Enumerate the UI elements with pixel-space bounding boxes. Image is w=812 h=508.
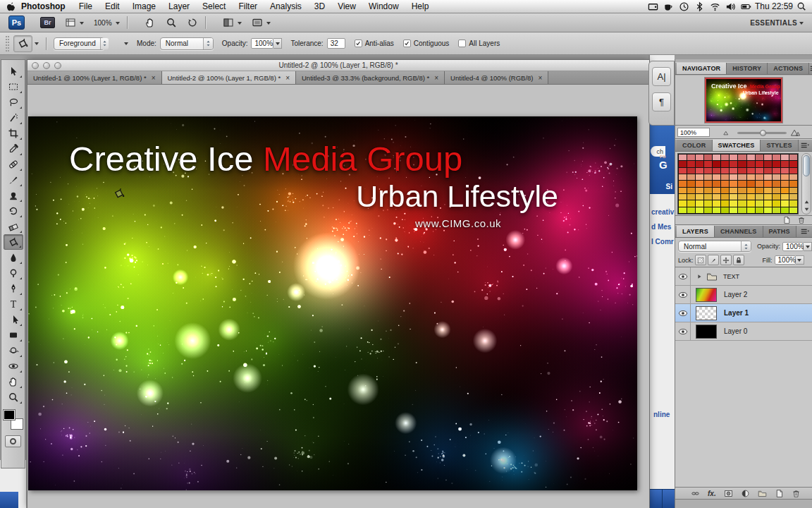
swatch[interactable] — [679, 161, 687, 167]
swatch[interactable] — [738, 188, 746, 193]
swatch[interactable] — [704, 181, 712, 186]
swatch[interactable] — [738, 207, 746, 213]
swatch[interactable] — [721, 188, 729, 193]
swatch[interactable] — [789, 161, 797, 167]
swatch[interactable] — [730, 168, 737, 174]
swatch[interactable] — [773, 161, 780, 167]
tolerance-field[interactable]: 32 — [327, 38, 345, 49]
navigator-zoom-slider[interactable] — [737, 132, 787, 134]
scroll-down-icon[interactable] — [804, 206, 810, 212]
swatch[interactable] — [789, 181, 797, 186]
swatch[interactable] — [781, 161, 789, 167]
pen-tool[interactable] — [4, 281, 23, 296]
swatch[interactable] — [773, 207, 780, 213]
swatch[interactable] — [747, 194, 755, 200]
swatch[interactable] — [730, 181, 737, 186]
swatch[interactable] — [679, 155, 687, 160]
swatch[interactable] — [781, 200, 789, 206]
zoom-out-icon[interactable] — [723, 129, 730, 136]
swatch[interactable] — [789, 168, 797, 174]
swatch[interactable] — [738, 200, 746, 206]
hand-tool-button[interactable] — [144, 17, 156, 28]
swatch[interactable] — [704, 207, 712, 213]
layer-thumbnail[interactable] — [696, 306, 717, 320]
swatch[interactable] — [687, 207, 695, 213]
mode-select[interactable]: Normal — [160, 37, 214, 50]
new-group-icon[interactable] — [758, 489, 767, 498]
swatch[interactable] — [738, 168, 746, 174]
blur-tool[interactable] — [4, 250, 23, 265]
tab-close-icon[interactable]: × — [152, 74, 156, 82]
rotate-view-button[interactable] — [187, 17, 198, 28]
swatch[interactable] — [721, 194, 729, 200]
healing-brush-tool[interactable] — [4, 157, 23, 172]
layer-name[interactable]: TEXT — [723, 273, 739, 280]
swatch[interactable] — [713, 181, 720, 186]
swatch[interactable] — [679, 194, 687, 200]
swatch[interactable] — [687, 168, 695, 174]
delete-layer-icon[interactable] — [792, 489, 801, 498]
rectangular-marquee-tool[interactable] — [4, 79, 23, 95]
layers-tab-channels[interactable]: CHANNELS — [715, 226, 763, 237]
navigator-proxy-view[interactable] — [705, 78, 782, 123]
paragraph-panel-button[interactable]: ¶ — [652, 92, 671, 111]
swatch[interactable] — [773, 181, 780, 186]
menu-view[interactable]: View — [331, 1, 362, 11]
layer-row-layer-2[interactable]: Layer 2 — [675, 286, 812, 304]
swatch[interactable] — [730, 200, 737, 206]
swatch[interactable] — [713, 155, 720, 160]
lock-all-button[interactable] — [733, 255, 744, 265]
navigator-tab-actions[interactable]: ACTIONS — [768, 63, 809, 74]
menu-help[interactable]: Help — [405, 1, 436, 11]
swatches-tab-swatches[interactable]: SWATCHES — [713, 140, 761, 151]
clone-stamp-tool[interactable] — [4, 188, 23, 203]
swatch[interactable] — [721, 161, 729, 167]
add-layer-mask-icon[interactable] — [724, 489, 733, 498]
swatch[interactable] — [747, 207, 755, 213]
swatch[interactable] — [747, 188, 755, 193]
swatch[interactable] — [713, 200, 720, 206]
swatch[interactable] — [747, 155, 755, 160]
swatch[interactable] — [696, 188, 703, 193]
layers-tab-layers[interactable]: LAYERS — [677, 226, 715, 237]
3d-orbit-tool[interactable] — [4, 358, 23, 374]
swatch[interactable] — [764, 200, 772, 206]
swatch[interactable] — [679, 181, 687, 186]
swatch[interactable] — [679, 207, 687, 213]
bridge-button[interactable]: Br — [40, 17, 55, 28]
swatch[interactable] — [687, 174, 695, 180]
swatch[interactable] — [730, 207, 737, 213]
swatch[interactable] — [781, 181, 789, 186]
swatch[interactable] — [738, 155, 746, 160]
swatch[interactable] — [773, 188, 780, 193]
swatch[interactable] — [781, 168, 789, 174]
new-layer-icon[interactable] — [775, 489, 784, 498]
menu-layer[interactable]: Layer — [162, 1, 196, 11]
swatch[interactable] — [756, 174, 763, 180]
checkbox-all-layers[interactable]: All Layers — [458, 40, 500, 47]
swatch[interactable] — [764, 194, 772, 200]
swatch[interactable] — [756, 200, 763, 206]
swatch[interactable] — [713, 207, 720, 213]
eraser-tool[interactable] — [4, 219, 23, 234]
layer-name[interactable]: Layer 0 — [724, 327, 747, 335]
menu-image[interactable]: Image — [126, 1, 162, 11]
tab-close-icon[interactable]: × — [538, 74, 542, 82]
swatches-scrollbar[interactable] — [801, 153, 811, 214]
blend-mode-select[interactable]: Normal — [678, 241, 751, 252]
pattern-picker-arrow-icon[interactable] — [124, 42, 128, 47]
lock-image-pixels-button[interactable] — [708, 255, 719, 265]
swatch[interactable] — [756, 194, 763, 200]
swatch[interactable] — [764, 207, 772, 213]
checkbox-anti-alias[interactable]: Anti-alias — [355, 40, 394, 47]
background-color-swatch[interactable] — [11, 419, 23, 429]
swatch[interactable] — [789, 188, 797, 193]
eyedropper-tool[interactable] — [4, 141, 23, 157]
move-tool[interactable] — [4, 64, 23, 79]
swatch[interactable] — [696, 194, 703, 200]
swatch[interactable] — [756, 188, 763, 193]
swatch[interactable] — [789, 207, 797, 213]
clock-status-icon[interactable] — [679, 1, 689, 12]
swatch[interactable] — [756, 181, 763, 186]
menu-file[interactable]: File — [73, 1, 99, 11]
